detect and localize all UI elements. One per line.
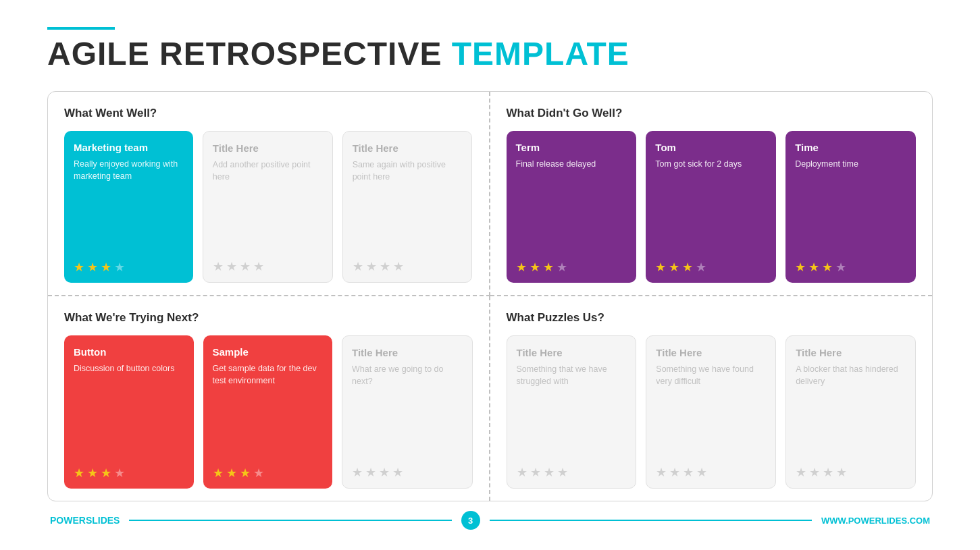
star-3: ★	[380, 259, 390, 274]
header: AGILE RETROSPECTIVE TEMPLATE	[47, 27, 933, 72]
star-1: ★	[516, 260, 527, 275]
card-puzzles-1-stars: ★ ★ ★ ★	[517, 465, 627, 480]
star-3: ★	[101, 260, 111, 275]
card-puzzles-1: Title Here Something that we have strugg…	[507, 335, 637, 489]
header-accent-line	[47, 27, 115, 30]
main-board: What Went Well? Marketing team Really en…	[47, 91, 933, 501]
card-puzzles-3: Title Here A blocker that has hindered d…	[785, 335, 916, 489]
star-1: ★	[353, 259, 363, 274]
puzzles-us-cards: Title Here Something that we have strugg…	[507, 335, 917, 489]
title-cyan: TEMPLATE	[452, 36, 629, 72]
card-time-stars: ★ ★ ★ ★	[795, 260, 906, 275]
card-puzzles-2: Title Here Something we have found very …	[646, 335, 776, 489]
footer-brand: POWERSLIDES	[50, 515, 120, 526]
card-went-well-2-stars: ★ ★ ★ ★	[213, 259, 323, 274]
card-tom-title: Tom	[655, 142, 767, 154]
card-trying-next-3: Title Here What are we going to do next?…	[342, 335, 473, 489]
card-puzzles-2-desc: Something we have found very difficult	[656, 363, 766, 460]
star-2: ★	[226, 259, 237, 274]
star-4: ★	[253, 259, 264, 274]
didnt-go-well-cards: Term Final release delayed ★ ★ ★ ★ Tom T…	[507, 131, 917, 283]
card-time-title: Time	[795, 142, 906, 154]
quadrant-went-well-title: What Went Well?	[64, 107, 473, 120]
star-4: ★	[835, 260, 846, 275]
star-3: ★	[240, 259, 251, 274]
card-went-well-3: Title Here Same again with positive poin…	[342, 131, 473, 283]
card-puzzles-1-title: Title Here	[517, 347, 627, 359]
card-puzzles-3-title: Title Here	[796, 347, 906, 359]
star-4: ★	[114, 260, 125, 275]
card-sample-stars: ★ ★ ★ ★	[213, 466, 324, 480]
card-sample-desc: Get sample data for the dev test environ…	[213, 362, 324, 460]
star-2: ★	[669, 465, 680, 480]
footer-brand-black: POWER	[50, 515, 86, 526]
card-went-well-3-stars: ★ ★ ★ ★	[353, 259, 463, 274]
title-black: AGILE RETROSPECTIVE	[47, 36, 452, 72]
star-3: ★	[543, 260, 554, 275]
card-term-stars: ★ ★ ★ ★	[516, 260, 627, 275]
star-2: ★	[366, 259, 377, 274]
footer-line-right	[490, 520, 812, 521]
card-button: Button Discussion of button colors ★ ★ ★…	[64, 335, 194, 489]
star-2: ★	[87, 466, 98, 480]
star-3: ★	[240, 466, 251, 480]
card-time: Time Deployment time ★ ★ ★ ★	[785, 131, 916, 283]
card-went-well-3-desc: Same again with positive point here	[353, 159, 463, 254]
star-2: ★	[669, 260, 679, 275]
card-went-well-3-title: Title Here	[353, 142, 463, 155]
star-3: ★	[823, 465, 833, 480]
star-4: ★	[696, 260, 706, 275]
footer-url: WWW.POWERLIDES.COM	[821, 516, 930, 526]
page: AGILE RETROSPECTIVE TEMPLATE What Went W…	[0, 0, 980, 550]
card-button-title: Button	[74, 346, 184, 358]
card-button-desc: Discussion of button colors	[74, 362, 184, 460]
card-puzzles-2-title: Title Here	[656, 347, 766, 359]
went-well-cards: Marketing team Really enjoyed working wi…	[64, 131, 473, 283]
star-4: ★	[836, 465, 847, 480]
card-puzzles-2-stars: ★ ★ ★ ★	[656, 465, 766, 480]
star-2: ★	[87, 260, 98, 275]
star-4: ★	[393, 259, 404, 274]
footer-line-left	[129, 520, 451, 521]
star-3: ★	[822, 260, 833, 275]
card-term: Term Final release delayed ★ ★ ★ ★	[507, 131, 637, 283]
footer-brand-cyan: SLIDES	[86, 515, 120, 526]
card-tom-stars: ★ ★ ★ ★	[655, 260, 767, 275]
star-4: ★	[114, 466, 125, 480]
card-tom-desc: Tom got sick for 2 days	[655, 158, 767, 254]
card-term-title: Term	[516, 142, 627, 154]
card-marketing-team-stars: ★ ★ ★ ★	[74, 260, 184, 275]
card-trying-next-3-title: Title Here	[352, 347, 463, 359]
star-3: ★	[544, 465, 555, 480]
quadrant-trying-next: What We're Trying Next? Button Discussio…	[48, 296, 490, 501]
page-title: AGILE RETROSPECTIVE TEMPLATE	[47, 36, 933, 72]
quadrant-didnt-go-well-title: What Didn't Go Well?	[507, 107, 917, 120]
star-4: ★	[253, 466, 264, 480]
card-puzzles-3-stars: ★ ★ ★ ★	[796, 465, 906, 480]
card-time-desc: Deployment time	[795, 158, 906, 254]
star-1: ★	[213, 466, 224, 480]
star-3: ★	[682, 260, 693, 275]
quadrant-went-well: What Went Well? Marketing team Really en…	[48, 92, 490, 296]
star-2: ★	[530, 260, 540, 275]
star-1: ★	[74, 466, 84, 480]
trying-next-cards: Button Discussion of button colors ★ ★ ★…	[64, 335, 473, 489]
card-went-well-2-title: Title Here	[213, 142, 323, 155]
star-2: ★	[809, 465, 820, 480]
quadrant-trying-next-title: What We're Trying Next?	[64, 311, 473, 325]
star-1: ★	[796, 465, 806, 480]
star-2: ★	[808, 260, 819, 275]
star-1: ★	[517, 465, 527, 480]
star-3: ★	[101, 466, 111, 480]
quadrant-didnt-go-well: What Didn't Go Well? Term Final release …	[490, 92, 933, 296]
card-marketing-team-desc: Really enjoyed working with marketing te…	[74, 158, 184, 254]
quadrant-puzzles-us: What Puzzles Us? Title Here Something th…	[490, 296, 933, 501]
card-trying-next-3-stars: ★ ★ ★ ★	[352, 465, 463, 480]
star-2: ★	[226, 466, 237, 480]
card-puzzles-3-desc: A blocker that has hindered delivery	[796, 363, 906, 460]
star-1: ★	[352, 465, 363, 480]
star-3: ★	[683, 465, 694, 480]
card-sample: Sample Get sample data for the dev test …	[203, 335, 333, 489]
card-went-well-2-desc: Add another positive point here	[213, 159, 323, 254]
star-4: ★	[557, 260, 567, 275]
